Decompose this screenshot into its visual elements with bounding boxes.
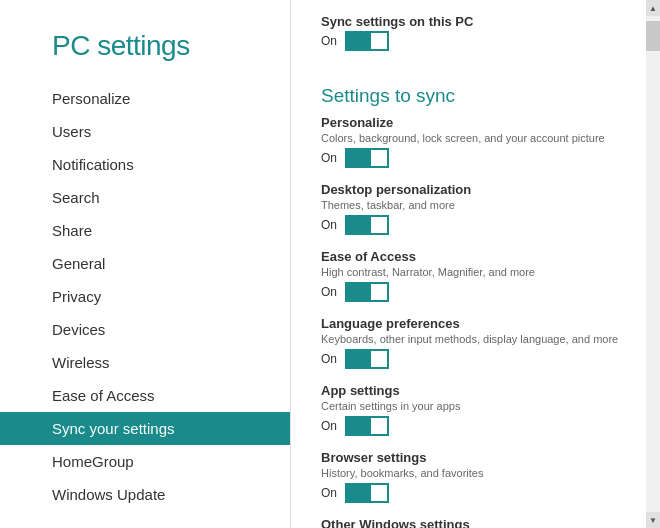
toggle-row: On [321,148,640,168]
toggle-knob [371,418,387,434]
sidebar-item-sync-your-settings[interactable]: Sync your settings [0,412,290,445]
toggle-label: On [321,151,337,165]
sync-pc-label: Sync settings on this PC [321,14,640,29]
scrollbar: ▲ ▼ [646,0,660,528]
settings-list: Personalize Colors, background, lock scr… [321,115,640,528]
setting-desc: Certain settings in your apps [321,400,640,412]
setting-toggle[interactable] [345,282,389,302]
setting-name: Browser settings [321,450,640,465]
setting-desc: History, bookmarks, and favorites [321,467,640,479]
sync-pc-header: Sync settings on this PC On [321,0,640,71]
sidebar-item-devices[interactable]: Devices [0,313,290,346]
toggle-label: On [321,352,337,366]
sidebar-item-personalize[interactable]: Personalize [0,82,290,115]
sidebar-item-general[interactable]: General [0,247,290,280]
setting-row: Desktop personalization Themes, taskbar,… [321,182,640,235]
sync-pc-toggle-label: On [321,34,337,48]
setting-row: Browser settings History, bookmarks, and… [321,450,640,503]
setting-name: Desktop personalization [321,182,640,197]
toggle-knob [371,284,387,300]
setting-name: Language preferences [321,316,640,331]
settings-to-sync-title: Settings to sync [321,85,640,107]
scroll-track [646,16,660,512]
sidebar-item-privacy[interactable]: Privacy [0,280,290,313]
setting-toggle[interactable] [345,483,389,503]
toggle-row: On [321,215,640,235]
setting-desc: Keyboards, other input methods, display … [321,333,640,345]
setting-name: Personalize [321,115,640,130]
toggle-knob [371,351,387,367]
sync-pc-toggle[interactable] [345,31,389,51]
sidebar-item-homegroup[interactable]: HomeGroup [0,445,290,478]
toggle-row: On [321,416,640,436]
setting-toggle[interactable] [345,215,389,235]
sidebar: PC settings PersonalizeUsersNotification… [0,0,290,528]
sync-pc-toggle-row: On [321,31,640,51]
setting-row: Ease of Access High contrast, Narrator, … [321,249,640,302]
sidebar-item-users[interactable]: Users [0,115,290,148]
toggle-label: On [321,486,337,500]
toggle-label: On [321,285,337,299]
setting-name: App settings [321,383,640,398]
setting-desc: High contrast, Narrator, Magnifier, and … [321,266,640,278]
scroll-down-button[interactable]: ▼ [646,512,660,528]
setting-toggle[interactable] [345,148,389,168]
scroll-thumb[interactable] [646,21,660,51]
toggle-row: On [321,282,640,302]
main-wrapper: Sync settings on this PC On Settings to … [290,0,660,528]
toggle-knob [371,150,387,166]
sidebar-item-share[interactable]: Share [0,214,290,247]
setting-row: App settings Certain settings in your ap… [321,383,640,436]
toggle-knob [371,485,387,501]
toggle-knob [371,217,387,233]
app-title: PC settings [0,20,290,82]
setting-desc: Colors, background, lock screen, and you… [321,132,640,144]
toggle-knob [371,33,387,49]
toggle-row: On [321,349,640,369]
setting-row: Other Windows settings Windows Explorer … [321,517,640,528]
sidebar-item-notifications[interactable]: Notifications [0,148,290,181]
setting-toggle[interactable] [345,416,389,436]
setting-toggle[interactable] [345,349,389,369]
sidebar-nav: PersonalizeUsersNotificationsSearchShare… [0,82,290,511]
main-content: Sync settings on this PC On Settings to … [290,0,660,528]
sidebar-item-wireless[interactable]: Wireless [0,346,290,379]
setting-name: Other Windows settings [321,517,640,528]
sidebar-item-search[interactable]: Search [0,181,290,214]
toggle-label: On [321,419,337,433]
setting-name: Ease of Access [321,249,640,264]
setting-row: Personalize Colors, background, lock scr… [321,115,640,168]
toggle-row: On [321,483,640,503]
toggle-label: On [321,218,337,232]
scroll-up-button[interactable]: ▲ [646,0,660,16]
sidebar-item-ease-of-access[interactable]: Ease of Access [0,379,290,412]
sidebar-item-windows-update[interactable]: Windows Update [0,478,290,511]
sync-pc-setting: Sync settings on this PC On [321,14,640,51]
setting-row: Language preferences Keyboards, other in… [321,316,640,369]
setting-desc: Themes, taskbar, and more [321,199,640,211]
